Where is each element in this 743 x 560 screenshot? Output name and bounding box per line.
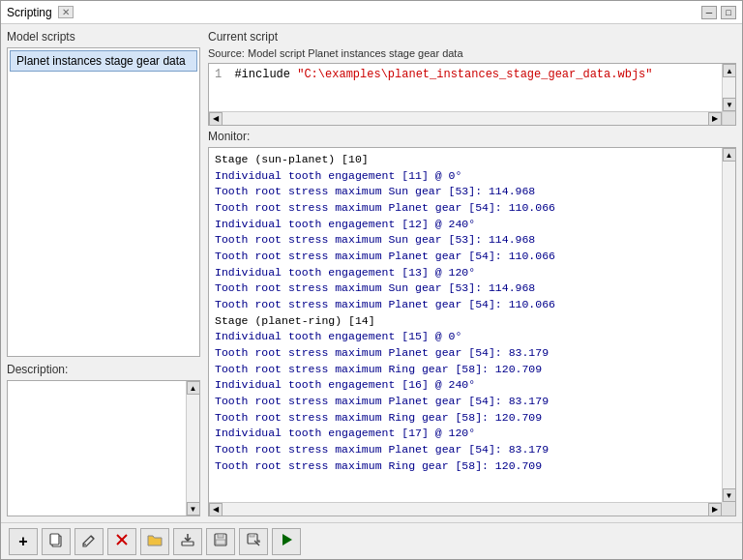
monitor-corner [722,502,735,516]
code-hscroll[interactable]: ◀ ▶ [209,111,722,125]
monitor-line: Stage (sun-planet) [10] [215,152,729,168]
monitor-line: Tooth root stress maximum Planet gear [5… [215,249,729,265]
line-number: 1 [215,68,222,81]
monitor-line: Stage (planet-ring) [14] [215,313,729,330]
current-script-label: Current script [208,30,736,44]
monitor-hscroll[interactable]: ◀ ▶ [209,502,722,516]
title-bar: Scripting ✕ ─ □ [1,1,742,24]
import-icon [180,532,195,550]
code-scroll-left[interactable]: ◀ [209,112,223,126]
monitor-line: Tooth root stress maximum Planet gear [5… [215,394,729,410]
description-section: Description: ▲ ▼ [7,363,200,516]
svg-rect-9 [216,540,225,545]
monitor-line: Tooth root stress maximum Planet gear [5… [215,345,729,362]
code-string-value: "C:\examples\planet_instances_stage_gear… [297,68,652,81]
svg-rect-8 [218,534,223,538]
main-content: Model scripts Planet instances stage gea… [1,24,742,522]
saveas-icon [246,532,261,550]
monitor-line: Individual tooth engagement [16] @ 240° [215,377,729,394]
delete-icon [114,532,130,550]
scripting-window: Scripting ✕ ─ □ Model scripts Planet ins… [0,0,743,560]
monitor-vscroll[interactable]: ▲ ▼ [722,148,735,502]
monitor-line: Tooth root stress maximum Sun gear [53]:… [215,184,729,200]
monitor-line: Individual tooth engagement [17] @ 120° [215,426,729,442]
code-corner [722,111,735,125]
script-list[interactable]: Planet instances stage gear data [7,47,200,357]
code-box[interactable]: 1 #include "C:\examples\planet_instances… [208,63,736,126]
minimize-button[interactable]: ─ [701,6,717,19]
save-button[interactable] [206,528,235,555]
right-panel: Current script Source: Model script Plan… [208,30,736,516]
saveas-button[interactable] [239,528,268,555]
edit-icon [81,532,97,550]
import-button[interactable] [173,528,202,555]
model-scripts-section: Model scripts Planet instances stage gea… [7,30,200,357]
delete-button[interactable] [107,528,136,555]
monitor-line: Individual tooth engagement [15] @ 0° [215,329,729,345]
monitor-scroll-up[interactable]: ▲ [723,148,736,162]
monitor-content: Stage (sun-planet) [10] Individual tooth… [209,148,735,502]
monitor-line: Tooth root stress maximum Planet gear [5… [215,297,729,313]
monitor-line: Tooth root stress maximum Sun gear [53]:… [215,232,729,249]
svg-rect-11 [250,534,254,537]
code-vscroll: ▲ ▼ [722,64,735,111]
description-box: ▲ ▼ [7,380,200,516]
monitor-line: Tooth root stress maximum Ring gear [58]… [215,458,729,475]
close-tab-button[interactable]: ✕ [58,6,74,18]
code-content: 1 #include "C:\examples\planet_instances… [209,64,735,85]
add-icon: + [18,533,27,550]
copy-icon [48,532,64,550]
script-list-item[interactable]: Planet instances stage gear data [10,50,197,72]
model-scripts-label: Model scripts [7,30,200,44]
description-scrollbar: ▲ ▼ [186,381,199,516]
save-icon [213,532,228,550]
monitor-label: Monitor: [208,130,736,143]
monitor-line: Individual tooth engagement [11] @ 0° [215,168,729,185]
monitor-box[interactable]: Stage (sun-planet) [10] Individual tooth… [208,147,736,516]
monitor-scroll-right[interactable]: ▶ [708,503,722,516]
scroll-up-arrow[interactable]: ▲ [187,381,200,395]
folder-icon [147,532,163,550]
open-folder-button[interactable] [140,528,169,555]
description-label: Description: [7,363,200,376]
monitor-line: Tooth root stress maximum Ring gear [58]… [215,410,729,427]
toolbar: + [1,522,742,559]
title-bar-left: Scripting ✕ [7,6,74,19]
left-panel: Model scripts Planet instances stage gea… [7,30,200,516]
svg-rect-1 [50,534,59,545]
monitor-line: Tooth root stress maximum Sun gear [53]:… [215,280,729,297]
monitor-line: Individual tooth engagement [13] @ 120° [215,265,729,281]
scroll-down-arrow[interactable]: ▼ [187,502,200,516]
code-scroll-up[interactable]: ▲ [723,64,736,77]
svg-rect-5 [182,542,193,545]
monitor-line: Tooth root stress maximum Planet gear [5… [215,442,729,458]
maximize-button[interactable]: □ [721,6,736,19]
title-bar-controls: ─ □ [701,6,736,19]
source-line: Source: Model script Planet instances st… [208,47,736,59]
window-title: Scripting [7,6,52,19]
monitor-line: Individual tooth engagement [12] @ 240° [215,217,729,233]
run-icon [279,532,294,550]
monitor-scroll-down[interactable]: ▼ [723,488,736,502]
add-button[interactable]: + [9,528,38,555]
code-scroll-right[interactable]: ▶ [708,112,722,126]
monitor-line: Tooth root stress maximum Ring gear [58]… [215,362,729,378]
monitor-line: Tooth root stress maximum Planet gear [5… [215,200,729,217]
edit-button[interactable] [74,528,104,555]
monitor-scroll-left[interactable]: ◀ [209,503,223,516]
run-button[interactable] [272,528,301,555]
code-include-keyword: #include [227,68,297,81]
code-scroll-down[interactable]: ▼ [723,98,736,111]
copy-button[interactable] [42,528,71,555]
svg-marker-12 [282,534,292,545]
